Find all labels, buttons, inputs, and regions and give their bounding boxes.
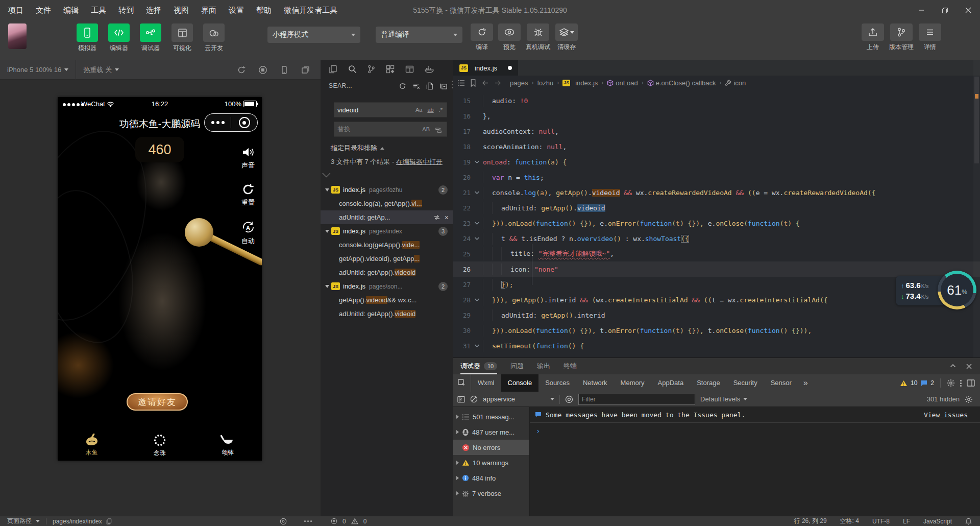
more-tabs-button[interactable]: » — [798, 378, 813, 388]
bell-icon[interactable] — [965, 518, 972, 525]
code-line-28[interactable]: 28})), getApp().interid && (wx.createInt… — [453, 292, 980, 307]
target-icon[interactable] — [280, 518, 287, 525]
docker-icon[interactable] — [425, 65, 434, 73]
menu-item-5[interactable]: 转到 — [112, 0, 140, 20]
replace-input[interactable]: 替换 AB — [334, 122, 447, 137]
menu-item-2[interactable]: 文件 — [30, 0, 57, 20]
match-case-icon[interactable]: Aa — [414, 106, 423, 113]
nav-back-icon[interactable] — [481, 80, 489, 86]
devtools-tab-Sensor[interactable]: Sensor — [764, 374, 798, 392]
breadcrumb-onLoad[interactable]: onLoad — [607, 79, 638, 87]
warning-icon[interactable] — [900, 380, 908, 387]
fold-chevron-icon[interactable] — [471, 190, 483, 195]
mode-select[interactable]: 小程序模式 — [267, 27, 360, 43]
dismiss-icon[interactable]: × — [445, 213, 449, 222]
toolbar-tool-模拟器[interactable]: 模拟器 — [76, 23, 99, 53]
code-line-22[interactable]: 22adUnitId: getApp().videoid — [453, 200, 980, 216]
refresh-results-icon[interactable] — [399, 82, 406, 90]
menu-item-11[interactable]: 微信开发者工具 — [278, 0, 344, 20]
search-file-row[interactable]: JSindex.jspages\fozhu2 — [321, 183, 453, 197]
stop-icon[interactable] — [258, 65, 267, 75]
phone-screen[interactable]: WeChat 16:22 100% 功德木鱼-大鹏源码 460 声音重置A自动 … — [58, 97, 262, 461]
cursor-position[interactable]: 行 26, 列 29 — [794, 517, 827, 525]
action-版本管理[interactable]: 版本管理 — [889, 23, 914, 52]
search-match-row[interactable]: adUnitId: getApp().videoid — [321, 266, 453, 279]
debugger-tab-问题[interactable]: 问题 — [510, 358, 524, 374]
context-select[interactable]: appservice — [483, 395, 554, 403]
breadcrumb-pages[interactable]: pages — [510, 79, 528, 87]
close-panel-icon[interactable] — [966, 364, 972, 369]
console-filter-list[interactable]: 501 messag... — [453, 409, 529, 424]
search-match-row[interactable]: console.log(a), getApp().vi... — [321, 197, 453, 210]
files-icon[interactable] — [329, 65, 337, 74]
menu-item-7[interactable]: 视图 — [167, 0, 195, 20]
dock-layout-icon[interactable] — [967, 379, 975, 387]
search-file-row[interactable]: JSindex.jspages\index3 — [321, 224, 453, 238]
bookmark-icon[interactable] — [470, 79, 476, 87]
editor-layout-icon[interactable] — [405, 65, 414, 73]
devtools-tab-Storage[interactable]: Storage — [690, 374, 727, 392]
toolbar-tool-可视化[interactable]: 可视化 — [170, 23, 194, 53]
breadcrumb-fozhu[interactable]: fozhu — [537, 79, 553, 87]
code-line-21[interactable]: 21console.log(a), getApp().videoid && wx… — [453, 185, 980, 200]
fold-chevron-icon[interactable] — [471, 236, 483, 241]
kebab-menu-icon[interactable] — [958, 380, 964, 387]
source-control-icon[interactable] — [368, 65, 375, 74]
code-line-31[interactable]: 31setTimeout(function() { — [453, 338, 980, 353]
menu-item-10[interactable]: 帮助 — [250, 0, 278, 20]
miniapp-tab-木鱼[interactable]: 木鱼 — [58, 430, 126, 461]
code-area[interactable]: 15audio: !016},17audioContext: null,18sc… — [453, 93, 980, 353]
gear-icon[interactable] — [947, 379, 955, 387]
menu-item-8[interactable]: 界面 — [195, 0, 223, 20]
debugger-tab-终端[interactable]: 终端 — [564, 358, 577, 374]
collapse-all-icon[interactable] — [440, 82, 448, 90]
miniapp-tab-念珠[interactable]: 念珠 — [126, 430, 193, 461]
search-icon[interactable] — [348, 65, 357, 74]
open-in-editor-link[interactable]: 在编辑器中打开 — [396, 158, 443, 165]
phone-reset-button[interactable]: 重置 — [241, 183, 255, 207]
breadcrumb-e.onClose() callback[interactable]: e.onClose() callback — [647, 79, 716, 87]
code-line-19[interactable]: 19onLoad: function(a) { — [453, 154, 980, 170]
device-select[interactable]: iPhone 5 100% 16 — [0, 60, 76, 80]
debugger-tab-调试器[interactable]: 调试器10 — [460, 358, 497, 374]
search-match-row[interactable]: getApp().videoid), getApp... — [321, 252, 453, 266]
menu-item-9[interactable]: 设置 — [223, 0, 250, 20]
console-filter-error[interactable]: No errors — [453, 440, 529, 455]
miniapp-tab-颂钵[interactable]: 颂钵 — [194, 430, 262, 461]
detach-window-icon[interactable] — [301, 65, 310, 75]
minimize-button[interactable] — [910, 0, 933, 20]
compile-select[interactable]: 普通编译 — [376, 27, 462, 43]
phone-auto-button[interactable]: A自动 — [241, 221, 255, 246]
code-line-23[interactable]: 23})).onLoad(function() {}), e.onError(f… — [453, 216, 980, 231]
extensions-icon[interactable] — [386, 65, 395, 74]
fold-chevron-icon[interactable] — [471, 298, 483, 302]
clear-console-icon[interactable] — [470, 395, 478, 403]
devtools-tab-Memory[interactable]: Memory — [614, 374, 651, 392]
devtools-tab-Security[interactable]: Security — [727, 374, 764, 392]
invite-friends-button[interactable]: 邀请好友 — [127, 393, 188, 411]
toolbar-tool-调试器[interactable]: 调试器 — [139, 23, 162, 53]
open-in-editor-icon[interactable] — [426, 82, 434, 90]
devtools-tab-AppData[interactable]: AppData — [651, 374, 691, 392]
menu-item-6[interactable]: 选择 — [140, 0, 167, 20]
code-line-17[interactable]: 17audioContext: null, — [453, 124, 980, 139]
inspect-element-icon[interactable] — [453, 374, 471, 392]
eye-icon[interactable] — [565, 395, 573, 403]
fold-chevron-icon[interactable] — [471, 160, 483, 164]
view-issues-link[interactable]: View issues — [924, 411, 968, 419]
sidebar-toggle-icon[interactable] — [457, 396, 465, 403]
ellipsis-icon[interactable] — [304, 520, 312, 522]
whole-word-icon[interactable]: ab — [426, 106, 434, 113]
code-line-20[interactable]: 20var n = this; — [453, 170, 980, 185]
console-prompt[interactable]: › — [530, 423, 980, 435]
clear-results-icon[interactable] — [412, 82, 420, 90]
toolbar-tool-编辑器[interactable]: 编辑器 — [107, 23, 131, 53]
action-上传[interactable]: 上传 — [862, 23, 884, 52]
problem-counts[interactable]: 0 0 — [331, 518, 366, 525]
log-levels-select[interactable]: Default levels — [700, 395, 747, 403]
toggle-replace-chevron[interactable] — [323, 170, 331, 178]
hot-reload-toggle[interactable]: 热重载 关 — [76, 60, 126, 80]
menu-item-1[interactable]: 项目 — [2, 0, 30, 20]
action-预览[interactable]: 预览 — [498, 23, 521, 52]
outline-icon[interactable] — [457, 80, 465, 86]
